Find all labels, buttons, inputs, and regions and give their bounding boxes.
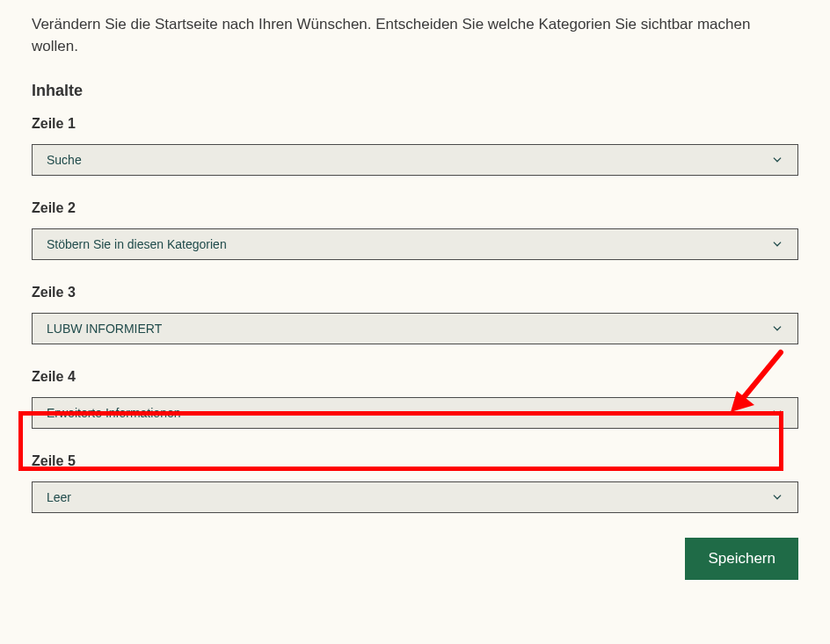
row1-label: Zeile 1 xyxy=(32,116,798,132)
row5-select-value: Leer xyxy=(47,490,71,504)
row4-label: Zeile 4 xyxy=(32,369,798,385)
save-button[interactable]: Speichern xyxy=(685,538,798,580)
chevron-down-icon xyxy=(771,407,783,419)
row2-select[interactable]: Stöbern Sie in diesen Kategorien xyxy=(32,228,798,260)
row3-select[interactable]: LUBW INFORMIERT xyxy=(32,313,798,344)
chevron-down-icon xyxy=(771,238,783,250)
row1-select-value: Suche xyxy=(47,153,82,167)
row5-label: Zeile 5 xyxy=(32,453,798,469)
chevron-down-icon xyxy=(771,154,783,166)
intro-text: Verändern Sie die Startseite nach Ihren … xyxy=(32,14,798,57)
row3-label: Zeile 3 xyxy=(32,285,798,300)
row2-label: Zeile 2 xyxy=(32,200,798,216)
chevron-down-icon xyxy=(771,491,783,503)
row3-select-value: LUBW INFORMIERT xyxy=(47,322,162,336)
chevron-down-icon xyxy=(771,322,783,335)
row1-select[interactable]: Suche xyxy=(32,144,798,176)
row4-select[interactable]: Erweiterte Informationen xyxy=(32,397,798,429)
row2-select-value: Stöbern Sie in diesen Kategorien xyxy=(47,237,227,251)
row5-select[interactable]: Leer xyxy=(32,481,798,513)
row4-select-value: Erweiterte Informationen xyxy=(47,406,181,420)
section-heading: Inhalte xyxy=(32,82,798,100)
